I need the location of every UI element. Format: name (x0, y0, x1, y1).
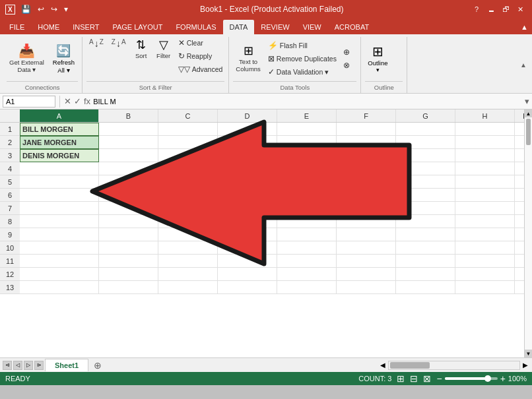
tab-review[interactable]: REVIEW (254, 20, 296, 34)
flash-fill-button[interactable]: ⚡ Flash Fill (266, 40, 339, 51)
row-header-6[interactable]: 6 (0, 189, 20, 202)
sheet-nav-first[interactable]: ⊲ (3, 361, 12, 370)
undo-quick-btn[interactable]: ↩ (36, 3, 46, 15)
row-header-3[interactable]: 3 (0, 149, 20, 162)
add-sheet-btn[interactable]: ⊕ (90, 359, 106, 372)
col-header-D[interactable]: D (218, 109, 277, 122)
zoom-slider-thumb[interactable] (484, 375, 491, 382)
cell-I3[interactable] (515, 149, 524, 162)
sheet-nav-last[interactable]: ⊳ (34, 361, 44, 370)
col-header-A[interactable]: A (20, 109, 99, 122)
remove-duplicates-button[interactable]: ⊠ Remove Duplicates (266, 53, 339, 65)
tab-home[interactable]: HOME (31, 20, 66, 34)
get-external-data-button[interactable]: 📥 Get ExternalData ▾ (7, 42, 47, 75)
sort-za-button[interactable]: Z ↓ A (109, 37, 129, 50)
customize-quick-btn[interactable]: ▾ (62, 3, 70, 15)
row-header-2[interactable]: 2 (0, 136, 20, 149)
cell-B1[interactable] (99, 123, 158, 136)
view-normal-icon[interactable]: ⊞ (397, 373, 405, 384)
outline-button[interactable]: ⊞ Outline ▾ (365, 42, 390, 75)
cell-B3[interactable] (99, 149, 158, 162)
cell-D1[interactable] (218, 123, 277, 136)
name-box[interactable]: A1 (3, 96, 55, 107)
cell-A1[interactable]: BILL MORGEN (20, 123, 99, 136)
row-header-5[interactable]: 5 (0, 175, 20, 189)
cell-A2[interactable]: JANE MORGEN (20, 136, 99, 149)
cell-G3[interactable] (396, 149, 455, 162)
sheet-tab-sheet1[interactable]: Sheet1 (45, 359, 88, 371)
view-page-break-icon[interactable]: ⊠ (423, 373, 431, 384)
tab-view[interactable]: VIEW (296, 20, 328, 34)
cell-B2[interactable] (99, 136, 158, 149)
cell-D3[interactable] (218, 149, 277, 162)
function-icon[interactable]: fx (84, 96, 90, 106)
cell-E2[interactable] (277, 136, 337, 149)
sheet-nav-prev[interactable]: ◁ (13, 361, 22, 370)
data-validation-button[interactable]: ✓ Data Validation ▾ (266, 66, 339, 78)
col-header-H[interactable]: H (455, 109, 515, 122)
save-quick-btn[interactable]: 💾 (19, 3, 33, 15)
cell-H3[interactable] (455, 149, 515, 162)
row-header-7[interactable]: 7 (0, 202, 20, 215)
help-btn[interactable]: ? (470, 3, 483, 15)
row-header-13[interactable]: 13 (0, 281, 20, 294)
what-if-button[interactable]: ⊗ (341, 59, 354, 71)
cell-H2[interactable] (455, 136, 515, 149)
vertical-scrollbar[interactable]: ▲ ▼ (524, 109, 532, 357)
tab-data[interactable]: DATA (223, 20, 255, 34)
cell-G1[interactable] (396, 123, 455, 136)
formula-input[interactable] (93, 98, 522, 106)
col-header-I[interactable]: I (515, 109, 524, 122)
cell-F2[interactable] (337, 136, 396, 149)
row-header-1[interactable]: 1 (0, 123, 20, 136)
cell-C1[interactable] (158, 123, 218, 136)
row-header-12[interactable]: 12 (0, 268, 20, 281)
formula-expand-icon[interactable]: ▾ (525, 96, 529, 106)
advanced-button[interactable]: ▽▽ Advanced (176, 63, 225, 75)
zoom-slider[interactable] (445, 377, 498, 380)
cell-A5[interactable] (20, 175, 99, 189)
col-header-E[interactable]: E (277, 109, 337, 122)
cell-E3[interactable] (277, 149, 337, 162)
tab-insert[interactable]: INSERT (66, 20, 106, 34)
redo-quick-btn[interactable]: ↪ (49, 3, 59, 15)
row-header-11[interactable]: 11 (0, 255, 20, 268)
col-header-B[interactable]: B (99, 109, 158, 122)
scroll-down-btn[interactable]: ▼ (525, 350, 532, 357)
cell-D2[interactable] (218, 136, 277, 149)
zoom-out-btn[interactable]: − (436, 373, 442, 384)
cell-F1[interactable] (337, 123, 396, 136)
tab-acrobat[interactable]: ACROBAT (328, 20, 376, 34)
cell-C2[interactable] (158, 136, 218, 149)
minimize-btn[interactable]: 🗕 (484, 3, 498, 15)
row-header-9[interactable]: 9 (0, 228, 20, 241)
scroll-thumb[interactable] (526, 119, 531, 145)
tab-expand[interactable]: ▲ (514, 20, 532, 34)
zoom-in-btn[interactable]: + (500, 373, 506, 384)
cancel-icon[interactable]: ✕ (64, 96, 71, 106)
close-btn[interactable]: ✕ (514, 3, 527, 15)
refresh-all-button[interactable]: 🔄 Refresh All ▾ (51, 42, 77, 75)
cell-E1[interactable] (277, 123, 337, 136)
cell-A3[interactable]: DENIS MORGEN (20, 149, 99, 162)
cell-A4[interactable] (20, 162, 99, 175)
confirm-icon[interactable]: ✓ (74, 96, 81, 106)
horizontal-scrollbar[interactable] (388, 361, 520, 370)
h-scroll-right-btn[interactable]: ▶ (523, 361, 528, 369)
sheet-nav-next[interactable]: ▷ (24, 361, 33, 370)
cell-C3[interactable] (158, 149, 218, 162)
text-to-columns-button[interactable]: ⊞ Text toColumns (233, 43, 263, 75)
cell-I1[interactable] (515, 123, 524, 136)
cell-G2[interactable] (396, 136, 455, 149)
row-header-4[interactable]: 4 (0, 162, 20, 175)
row-header-8[interactable]: 8 (0, 215, 20, 228)
h-scroll-left-btn[interactable]: ◀ (380, 361, 385, 369)
scroll-up-btn[interactable]: ▲ (525, 109, 532, 117)
tab-formulas[interactable]: FORMULAS (169, 20, 222, 34)
cell-F3[interactable] (337, 149, 396, 162)
h-scroll-thumb[interactable] (390, 362, 430, 369)
sort-button[interactable]: ⇅ Sort (131, 37, 151, 61)
col-header-G[interactable]: G (396, 109, 455, 122)
cell-H1[interactable] (455, 123, 515, 136)
restore-btn[interactable]: 🗗 (499, 3, 512, 15)
